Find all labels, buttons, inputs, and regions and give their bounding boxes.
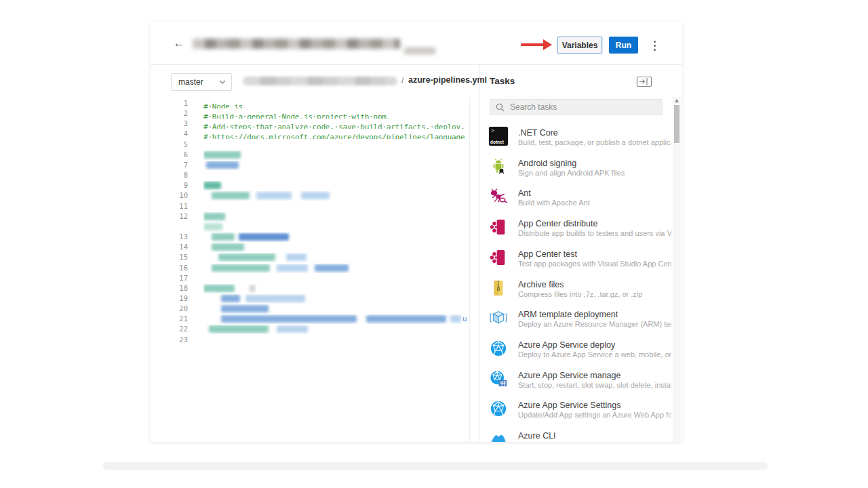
- code-line[interactable]: 2#·Build·a·general·Node.js·project·with·…: [151, 108, 469, 119]
- task-list-item[interactable]: Azure App Service manageStart, stop, res…: [488, 369, 671, 397]
- code-line[interactable]: 19: [151, 293, 469, 304]
- task-description: Sign and align Android APK files: [518, 169, 671, 177]
- run-button[interactable]: Run: [609, 37, 638, 54]
- code-line[interactable]: 9: [151, 180, 469, 190]
- code-content[interactable]: [203, 181, 468, 190]
- code-content[interactable]: [203, 222, 468, 232]
- code-line[interactable]: 23: [151, 335, 469, 345]
- code-line[interactable]: 8: [151, 170, 469, 180]
- task-list-item[interactable]: App Center testTest app packages with Vi…: [488, 247, 671, 276]
- code-content[interactable]: [203, 336, 468, 345]
- code-content[interactable]: [203, 191, 468, 201]
- editor-edge-divider: [469, 97, 470, 442]
- scroll-up-icon[interactable]: [675, 99, 679, 102]
- redacted-code: [366, 315, 446, 323]
- code-content[interactable]: #·Add·steps·that·analyze·code,·save·buil…: [203, 119, 468, 129]
- redacted-code: [286, 253, 307, 261]
- code-line[interactable]: 11: [151, 201, 469, 211]
- tasks-scrollbar[interactable]: [673, 97, 681, 442]
- code-line[interactable]: 14: [151, 242, 469, 252]
- code-content[interactable]: url: [203, 314, 468, 324]
- archive-icon: [488, 278, 509, 298]
- task-list-item[interactable]: Azure App Service deployDeploy to Azure …: [488, 338, 671, 367]
- task-name: Azure App Service manage: [518, 371, 620, 380]
- task-list-item[interactable]: Azure CLI: [488, 429, 671, 442]
- code-line[interactable]: 3#·Add·steps·that·analyze·code,·save·bui…: [151, 119, 469, 129]
- collapse-panel-icon[interactable]: [636, 76, 652, 87]
- branch-selector[interactable]: master: [171, 73, 232, 91]
- code-content[interactable]: [203, 264, 468, 273]
- android-icon: [488, 157, 509, 177]
- arm-cube-icon: [488, 308, 509, 328]
- code-line[interactable]: [151, 222, 469, 232]
- task-list-item[interactable]: >dotnet.NET CoreBuild, test, package, or…: [488, 126, 671, 155]
- page-bottom-scrollbar[interactable]: [103, 462, 768, 470]
- pipeline-title-redacted: [193, 39, 400, 49]
- code-line[interactable]: 16: [151, 263, 469, 273]
- task-name: .NET Core: [518, 128, 558, 138]
- code-content[interactable]: [203, 202, 468, 211]
- code-content[interactable]: [203, 140, 468, 150]
- globe-settings-icon: [488, 399, 509, 419]
- task-list: >dotnet.NET CoreBuild, test, package, or…: [488, 126, 671, 442]
- line-number: 21: [151, 314, 188, 323]
- pipeline-title-redacted: [404, 47, 435, 54]
- task-list-item[interactable]: Azure App Service SettingsUpdate/Add App…: [488, 399, 671, 427]
- line-number: 9: [151, 181, 188, 189]
- code-content[interactable]: [203, 304, 468, 314]
- code-content[interactable]: [203, 325, 468, 334]
- code-line[interactable]: 4#·https://docs.microsoft.com/azure/devo…: [151, 129, 469, 139]
- search-tasks-box[interactable]: [490, 99, 663, 115]
- redacted-code: [250, 285, 255, 292]
- line-number: 6: [151, 150, 188, 159]
- code-content[interactable]: [203, 171, 468, 180]
- task-list-item[interactable]: Android signingSign and align Android AP…: [488, 157, 671, 185]
- code-content[interactable]: [203, 253, 468, 262]
- code-line[interactable]: 22: [151, 324, 469, 334]
- code-line[interactable]: 1#·Node.js: [151, 98, 469, 108]
- task-list-item[interactable]: Archive filesCompress files into .7z, .t…: [488, 278, 671, 306]
- code-content[interactable]: [203, 243, 468, 252]
- yaml-editor[interactable]: 1#·Node.js2#·Build·a·general·Node.js·pro…: [151, 98, 469, 442]
- task-description: Deploy an Azure Resource Manager (ARM) t…: [518, 320, 671, 328]
- code-content[interactable]: #·Build·a·general·Node.js·project·with·n…: [203, 109, 468, 119]
- code-line[interactable]: 5: [151, 140, 469, 150]
- code-content[interactable]: #·Node.js: [203, 99, 468, 108]
- code-content[interactable]: [203, 161, 468, 170]
- code-content[interactable]: [203, 294, 468, 304]
- globe-manage-icon: [488, 369, 509, 389]
- code-line[interactable]: 7: [151, 160, 469, 170]
- line-number: 20: [151, 304, 188, 312]
- code-content[interactable]: [203, 232, 468, 242]
- code-line[interactable]: 10: [151, 190, 469, 201]
- redacted-code: [245, 295, 305, 302]
- back-button[interactable]: ←: [171, 35, 187, 52]
- code-content[interactable]: [203, 150, 468, 160]
- annotation-arrow-icon: [521, 39, 552, 50]
- code-line[interactable]: 6: [151, 150, 469, 160]
- search-tasks-input[interactable]: [509, 102, 662, 113]
- redacted-code: [239, 233, 289, 241]
- code-line[interactable]: 12: [151, 211, 469, 222]
- code-line[interactable]: 20: [151, 304, 469, 314]
- code-content[interactable]: [203, 212, 468, 222]
- more-options-icon[interactable]: [650, 38, 659, 53]
- line-number: 10: [151, 191, 188, 199]
- line-number: 23: [151, 336, 188, 344]
- redacted-code: [256, 192, 292, 199]
- task-list-item[interactable]: AntBuild with Apache Ant: [488, 186, 671, 215]
- code-line[interactable]: 13: [151, 232, 469, 242]
- scrollbar-thumb[interactable]: [674, 105, 679, 143]
- code-line[interactable]: 18: [151, 283, 469, 293]
- code-content[interactable]: [203, 274, 468, 283]
- redacted-code: [212, 243, 244, 251]
- line-number: 11: [151, 202, 188, 210]
- variables-button[interactable]: Variables: [557, 37, 602, 54]
- code-line[interactable]: 21url: [151, 314, 469, 324]
- code-content[interactable]: [203, 284, 468, 293]
- code-line[interactable]: 15: [151, 252, 469, 262]
- task-list-item[interactable]: App Center distributeDistribute app buil…: [488, 217, 671, 245]
- code-content[interactable]: #·https://docs.microsoft.com/azure/devop…: [203, 129, 468, 139]
- code-line[interactable]: 17: [151, 273, 469, 283]
- task-list-item[interactable]: ARM template deploymentDeploy an Azure R…: [488, 308, 671, 336]
